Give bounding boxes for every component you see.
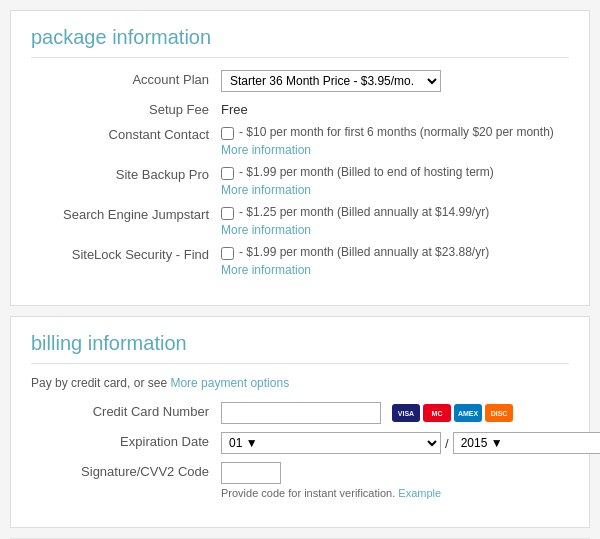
expiry-month-select[interactable]: 01 ▼ 02 03 04 05 06 07 08 09 10 11 12 (221, 432, 441, 454)
billing-title: billing information (31, 332, 569, 364)
cvv-example-link[interactable]: Example (398, 487, 441, 499)
amex-icon: AMEX (454, 404, 482, 422)
sej-more-link[interactable]: More information (221, 223, 569, 237)
cvv-input[interactable] (221, 462, 281, 484)
expiry-row: Expiration Date 01 ▼ 02 03 04 05 06 07 0… (31, 432, 569, 454)
site-backup-row: Site Backup Pro - $1.99 per month (Bille… (31, 165, 569, 197)
cvv-row: Signature/CVV2 Code Provide code for ins… (31, 462, 569, 499)
sitelock-checkbox-row: - $1.99 per month (Billed annually at $2… (221, 245, 569, 260)
site-backup-value: - $1.99 per month (Billed to end of host… (221, 165, 569, 197)
site-backup-checkbox[interactable] (221, 167, 234, 180)
expiry-value: 01 ▼ 02 03 04 05 06 07 08 09 10 11 12 / … (221, 432, 600, 454)
constant-contact-desc: - $10 per month for first 6 months (norm… (239, 125, 554, 139)
constant-contact-label: Constant Contact (31, 125, 221, 142)
account-plan-select[interactable]: Starter 36 Month Price - $3.95/mo. (221, 70, 441, 92)
constant-contact-checkbox[interactable] (221, 127, 234, 140)
setup-fee-value: Free (221, 100, 569, 117)
sej-label: Search Engine Jumpstart (31, 205, 221, 222)
cvv-note-text: Provide code for instant verification. (221, 487, 395, 499)
sej-row: Search Engine Jumpstart - $1.25 per mont… (31, 205, 569, 237)
package-title: package information (31, 26, 569, 58)
site-backup-desc: - $1.99 per month (Billed to end of host… (239, 165, 494, 179)
expiry-label: Expiration Date (31, 432, 221, 449)
cvv-label: Signature/CVV2 Code (31, 462, 221, 479)
expiry-selects: 01 ▼ 02 03 04 05 06 07 08 09 10 11 12 / … (221, 432, 600, 454)
pay-by-label: Pay by credit card, or see (31, 376, 167, 390)
constant-contact-value: - $10 per month for first 6 months (norm… (221, 125, 569, 157)
sitelock-more-link[interactable]: More information (221, 263, 569, 277)
expiry-separator: / (445, 436, 449, 451)
billing-information-section: billing information Pay by credit card, … (10, 316, 590, 528)
constant-contact-more-link[interactable]: More information (221, 143, 569, 157)
card-icons: VISA MC AMEX DISC (392, 404, 513, 422)
sitelock-value: - $1.99 per month (Billed annually at $2… (221, 245, 569, 277)
account-plan-value: Starter 36 Month Price - $3.95/mo. (221, 70, 569, 92)
cvv-note: Provide code for instant verification. E… (221, 487, 569, 499)
sitelock-label: SiteLock Security - Find (31, 245, 221, 262)
cc-label: Credit Card Number (31, 402, 221, 419)
credit-card-input[interactable] (221, 402, 381, 424)
cvv-value: Provide code for instant verification. E… (221, 462, 569, 499)
setup-fee-label: Setup Fee (31, 100, 221, 117)
sitelock-desc: - $1.99 per month (Billed annually at $2… (239, 245, 489, 259)
account-plan-label: Account Plan (31, 70, 221, 87)
constant-contact-checkbox-row: - $10 per month for first 6 months (norm… (221, 125, 569, 140)
more-payment-options-link[interactable]: More payment options (170, 376, 289, 390)
credit-card-row: Credit Card Number VISA MC AMEX DISC (31, 402, 569, 424)
mastercard-icon: MC (423, 404, 451, 422)
site-backup-checkbox-row: - $1.99 per month (Billed to end of host… (221, 165, 569, 180)
account-plan-row: Account Plan Starter 36 Month Price - $3… (31, 70, 569, 92)
expiry-year-select[interactable]: 2015 ▼ 2016 2017 2018 2019 2020 2021 202… (453, 432, 600, 454)
visa-icon: VISA (392, 404, 420, 422)
sej-checkbox-row: - $1.25 per month (Billed annually at $1… (221, 205, 569, 220)
package-information-section: package information Account Plan Starter… (10, 10, 590, 306)
sitelock-checkbox[interactable] (221, 247, 234, 260)
sitelock-row: SiteLock Security - Find - $1.99 per mon… (31, 245, 569, 277)
pay-by-text: Pay by credit card, or see More payment … (31, 376, 569, 390)
constant-contact-row: Constant Contact - $10 per month for fir… (31, 125, 569, 157)
sej-value: - $1.25 per month (Billed annually at $1… (221, 205, 569, 237)
setup-fee-row: Setup Fee Free (31, 100, 569, 117)
cc-value: VISA MC AMEX DISC (221, 402, 569, 424)
site-backup-label: Site Backup Pro (31, 165, 221, 182)
discover-icon: DISC (485, 404, 513, 422)
site-backup-more-link[interactable]: More information (221, 183, 569, 197)
sej-desc: - $1.25 per month (Billed annually at $1… (239, 205, 489, 219)
sej-checkbox[interactable] (221, 207, 234, 220)
